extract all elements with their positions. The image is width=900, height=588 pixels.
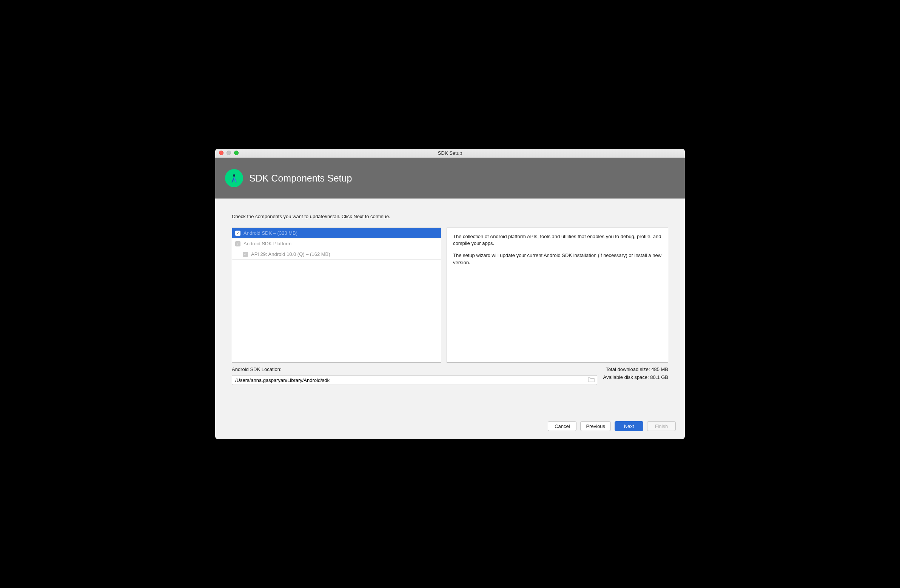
svg-point-1 xyxy=(233,174,235,177)
component-tree[interactable]: ✓ Android SDK – (323 MB) ✓ Android SDK P… xyxy=(232,228,441,363)
android-studio-logo-icon xyxy=(225,169,243,187)
below-panes: Android SDK Location: Total download siz… xyxy=(232,366,668,385)
location-column: Android SDK Location: xyxy=(232,366,597,385)
close-icon[interactable] xyxy=(219,150,223,155)
content-area: Check the components you want to update/… xyxy=(215,199,685,415)
instruction-text: Check the components you want to update/… xyxy=(232,214,668,219)
tree-row-api-29[interactable]: ✓ API 29: Android 10.0 (Q) – (162 MB) xyxy=(232,249,441,260)
description-p1: The collection of Android platform APIs,… xyxy=(453,233,662,247)
total-download-size: Total download size: 485 MB xyxy=(603,366,668,372)
checkbox-icon: ✓ xyxy=(243,252,248,257)
finish-button: Finish xyxy=(647,421,676,431)
window-title: SDK Setup xyxy=(215,150,685,156)
description-p2: The setup wizard will update your curren… xyxy=(453,252,662,266)
size-column: Total download size: 485 MB Available di… xyxy=(603,366,668,382)
zoom-icon[interactable] xyxy=(234,150,239,155)
sdk-location-field[interactable] xyxy=(232,375,597,385)
minimize-icon xyxy=(227,150,231,155)
checkbox-icon: ✓ xyxy=(235,241,241,247)
footer: Cancel Previous Next Finish xyxy=(215,415,685,439)
sdk-location-input[interactable] xyxy=(235,377,588,383)
tree-row-label: Android SDK Platform xyxy=(244,241,292,247)
description-pane: The collection of Android platform APIs,… xyxy=(447,228,668,363)
previous-button[interactable]: Previous xyxy=(580,421,611,431)
tree-row-android-sdk-platform[interactable]: ✓ Android SDK Platform xyxy=(232,239,441,249)
page-title: SDK Components Setup xyxy=(249,173,352,184)
next-button[interactable]: Next xyxy=(614,421,643,431)
sdk-location-label: Android SDK Location: xyxy=(232,366,597,372)
cancel-button[interactable]: Cancel xyxy=(548,421,576,431)
traffic-lights xyxy=(219,150,239,155)
tree-row-label: API 29: Android 10.0 (Q) – (162 MB) xyxy=(251,251,331,257)
available-disk-space: Available disk space: 80.1 GB xyxy=(603,374,668,380)
banner: SDK Components Setup xyxy=(215,158,685,199)
tree-row-android-sdk[interactable]: ✓ Android SDK – (323 MB) xyxy=(232,228,441,239)
browse-folder-icon[interactable] xyxy=(588,377,594,383)
checkbox-icon[interactable]: ✓ xyxy=(235,231,241,236)
titlebar: SDK Setup xyxy=(215,149,685,158)
sdk-setup-window: SDK Setup SDK Components Setup Check the… xyxy=(215,149,685,439)
panes: ✓ Android SDK – (323 MB) ✓ Android SDK P… xyxy=(232,228,668,363)
tree-row-label: Android SDK – (323 MB) xyxy=(244,230,298,236)
